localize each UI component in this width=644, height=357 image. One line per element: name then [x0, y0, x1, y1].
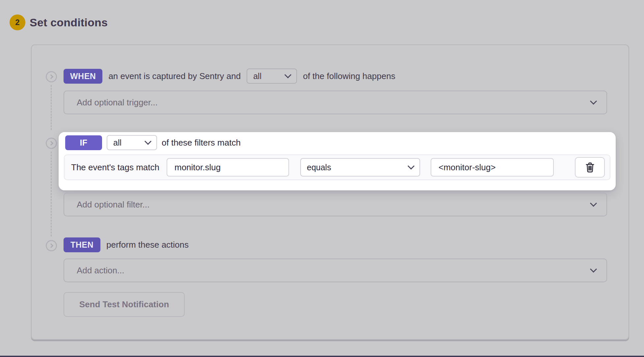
- trash-icon: [585, 162, 595, 173]
- add-action-select[interactable]: Add action...: [64, 259, 607, 282]
- then-row: THEN perform these actions: [64, 237, 189, 252]
- bottom-edge-bar: [0, 356, 644, 357]
- step-connector: [51, 85, 52, 130]
- if-filter-card: IF all of these filters match The event'…: [59, 132, 616, 190]
- conditions-panel: WHEN an event is captured by Sentry and …: [31, 44, 629, 340]
- if-match-value: all: [113, 138, 121, 148]
- filter-key-input[interactable]: [167, 158, 289, 177]
- when-match-select[interactable]: all: [247, 69, 297, 84]
- add-trigger-placeholder: Add optional trigger...: [77, 97, 158, 108]
- chevron-right-icon: [46, 71, 57, 82]
- send-test-notification-button[interactable]: Send Test Notification: [64, 292, 185, 317]
- when-badge: WHEN: [64, 69, 102, 84]
- step-number-badge: 2: [10, 14, 25, 30]
- chevron-down-icon: [590, 265, 597, 272]
- add-trigger-select[interactable]: Add optional trigger...: [64, 91, 607, 114]
- if-text-after: of these filters match: [162, 138, 241, 148]
- chevron-down-icon: [284, 71, 291, 78]
- step-connector: [51, 151, 52, 236]
- if-match-select[interactable]: all: [107, 135, 157, 150]
- if-badge: IF: [65, 135, 102, 150]
- then-badge: THEN: [64, 237, 100, 252]
- chevron-down-icon: [145, 138, 151, 145]
- add-filter-placeholder: Add optional filter...: [77, 200, 149, 210]
- filter-operator-value: equals: [307, 163, 331, 172]
- chevron-down-icon: [590, 97, 597, 104]
- add-action-placeholder: Add action...: [77, 265, 124, 276]
- delete-filter-button[interactable]: [575, 157, 605, 178]
- if-row: IF all of these filters match: [65, 135, 241, 150]
- step-header: 2 Set conditions: [10, 14, 108, 30]
- filter-condition-row: The event's tags match equals: [64, 154, 610, 180]
- chevron-right-glyph: [48, 141, 53, 146]
- page-title: Set conditions: [30, 16, 108, 29]
- add-filter-select[interactable]: Add optional filter...: [64, 193, 607, 216]
- chevron-down-icon: [408, 162, 415, 169]
- filter-label: The event's tags match: [71, 162, 159, 173]
- when-match-value: all: [253, 71, 261, 81]
- when-text-after: of the following happens: [303, 71, 395, 81]
- chevron-right-icon: [46, 240, 57, 251]
- chevron-down-icon: [590, 200, 597, 206]
- filter-operator-select[interactable]: equals: [300, 158, 420, 177]
- filter-value-input[interactable]: [431, 158, 554, 177]
- then-text-after: perform these actions: [106, 240, 189, 250]
- chevron-right-glyph: [48, 243, 53, 248]
- chevron-right-icon: [46, 138, 57, 149]
- when-text-before: an event is captured by Sentry and: [108, 71, 241, 81]
- chevron-right-glyph: [48, 74, 53, 79]
- when-row: WHEN an event is captured by Sentry and …: [64, 69, 395, 84]
